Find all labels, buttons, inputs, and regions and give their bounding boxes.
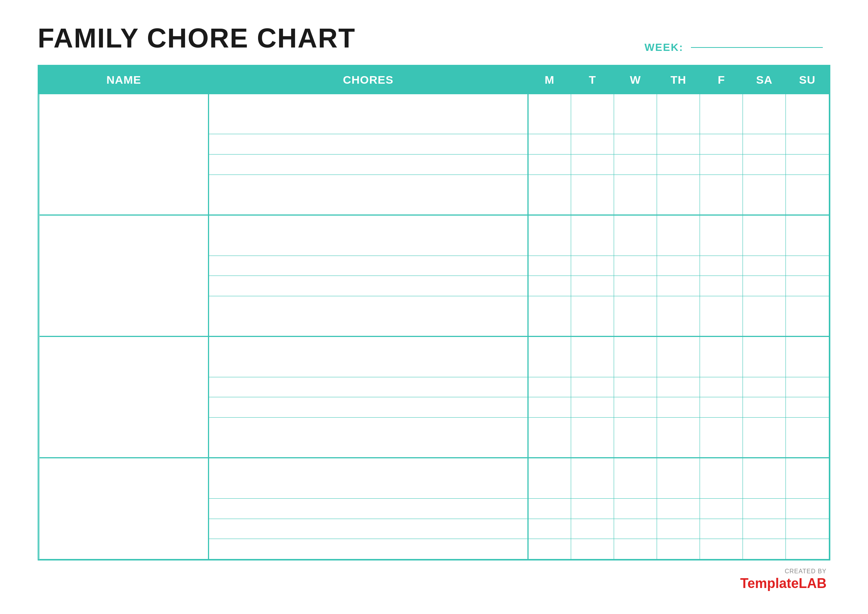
chore-cell-4-4 bbox=[208, 539, 528, 560]
col-header-th: TH bbox=[657, 66, 700, 94]
chore-cell-1-3 bbox=[208, 154, 528, 175]
chore-cell-3-2 bbox=[208, 377, 528, 397]
day-cell-1-1-th bbox=[657, 94, 700, 134]
name-cell-1 bbox=[39, 94, 208, 215]
brand-name: TemplateLAB bbox=[740, 575, 826, 591]
col-header-su: SU bbox=[786, 66, 829, 94]
table-header-row: NAME CHORES M T W TH F SA SU bbox=[39, 66, 829, 94]
col-header-sa: SA bbox=[743, 66, 786, 94]
chart-container: NAME CHORES M T W TH F SA SU bbox=[38, 65, 830, 561]
chore-cell-2-4 bbox=[208, 296, 528, 336]
chore-cell-2-3 bbox=[208, 276, 528, 296]
col-header-name: NAME bbox=[39, 66, 208, 94]
day-cell-1-1-f bbox=[700, 94, 743, 134]
table-row bbox=[39, 215, 829, 256]
table-row bbox=[39, 94, 829, 134]
chore-cell-1-2 bbox=[208, 134, 528, 154]
page-header: FAMILY CHORE CHART WEEK: bbox=[38, 23, 830, 53]
week-label: WEEK: bbox=[645, 42, 830, 53]
footer: CREATED BY TemplateLAB bbox=[38, 561, 830, 591]
chore-cell-1-4 bbox=[208, 174, 528, 215]
col-header-w: W bbox=[614, 66, 657, 94]
chore-cell-4-1 bbox=[208, 458, 528, 498]
col-header-m: M bbox=[528, 66, 571, 94]
chore-cell-4-3 bbox=[208, 519, 528, 539]
col-header-t: T bbox=[571, 66, 614, 94]
chore-cell-3-1 bbox=[208, 337, 528, 377]
day-cell-1-1-sa bbox=[743, 94, 786, 134]
col-header-f: F bbox=[700, 66, 743, 94]
brand-lab: LAB bbox=[799, 575, 826, 591]
chore-cell-2-1 bbox=[208, 215, 528, 256]
chore-table: NAME CHORES M T W TH F SA SU bbox=[39, 66, 829, 560]
brand-logo: CREATED BY TemplateLAB bbox=[740, 568, 826, 591]
day-cell-1-1-su bbox=[786, 94, 829, 134]
chore-cell-3-4 bbox=[208, 418, 528, 458]
col-header-chores: CHORES bbox=[208, 66, 528, 94]
day-cell-1-1-m bbox=[528, 94, 571, 134]
week-text: WEEK: bbox=[645, 42, 684, 53]
created-by-label: CREATED BY bbox=[785, 568, 826, 575]
table-row bbox=[39, 458, 829, 498]
chore-cell-3-3 bbox=[208, 397, 528, 418]
chore-cell-2-2 bbox=[208, 256, 528, 276]
table-row bbox=[39, 337, 829, 377]
name-cell-2 bbox=[39, 215, 208, 337]
day-cell-1-1-t bbox=[571, 94, 614, 134]
chore-cell-4-2 bbox=[208, 498, 528, 519]
page-title: FAMILY CHORE CHART bbox=[38, 23, 356, 53]
week-input-line bbox=[691, 47, 823, 48]
chore-cell-1-1 bbox=[208, 94, 528, 134]
brand-template: Template bbox=[740, 575, 799, 591]
day-cell-1-1-w bbox=[614, 94, 657, 134]
name-cell-4 bbox=[39, 458, 208, 560]
name-cell-3 bbox=[39, 337, 208, 458]
